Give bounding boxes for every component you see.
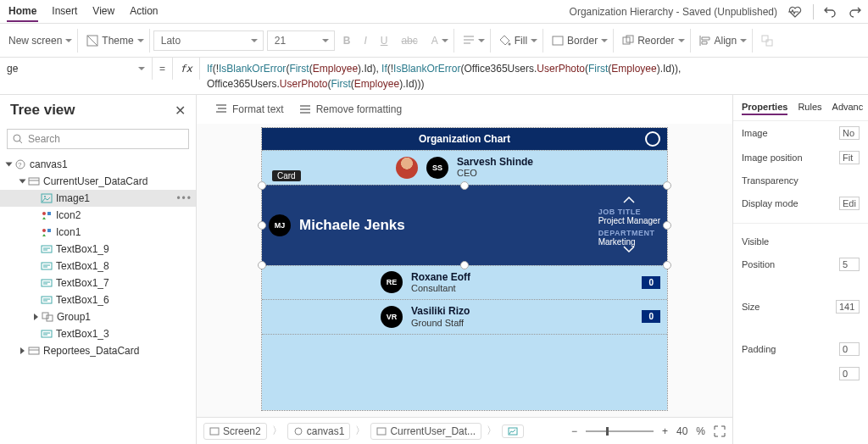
current-name: Michaele Jenks [299,217,405,234]
font-size-select[interactable]: 21 [267,31,335,51]
undo-icon[interactable] [824,5,837,19]
jobtitle-value: Project Manager [598,216,660,225]
fit-icon[interactable] [714,425,726,437]
fill-button[interactable]: Fill [494,29,543,53]
svg-rect-2 [553,36,563,45]
avatar-initials: RE [381,271,403,293]
strike-button[interactable]: abc [396,29,422,53]
ceo-role: CEO [457,168,533,179]
zoom-value: 40 [676,425,687,437]
equals-label: = [153,58,173,80]
formula-input[interactable]: If(!IsBlankOrError(First(Employee).Id), … [200,58,868,95]
crumb-screen2[interactable]: Screen2 [203,423,267,440]
format-text-button[interactable]: Format text [215,103,284,115]
font-select[interactable]: Lato [153,31,264,51]
tab-insert[interactable]: Insert [50,2,79,22]
report-name: Vasiliki Rizo [411,305,470,317]
tree-item-currentuser[interactable]: CurrentUser_DataCard [0,173,196,190]
zoom-out-button[interactable]: − [571,425,577,437]
textbox-icon [41,244,53,254]
svg-rect-5 [762,36,768,42]
tab-action[interactable]: Action [128,2,159,22]
prop-imgpos-value[interactable] [839,151,860,164]
new-screen-button[interactable]: New screen [3,29,78,53]
bold-button[interactable]: B [338,29,356,53]
prop-padding-value[interactable] [839,342,860,356]
chevron-up-icon[interactable] [622,196,636,204]
tab-home[interactable]: Home [7,2,38,22]
border-button[interactable]: Border [547,29,614,53]
property-select[interactable]: ge [0,58,153,80]
reorder-button[interactable]: Reorder [617,29,690,53]
tree-item-reportees[interactable]: Reportees_DataCard [0,342,196,359]
zoom-in-button[interactable]: + [662,425,668,437]
tree-item-group1[interactable]: Group1 [0,308,196,325]
formula-bar: ge = fx If(!IsBlankOrError(First(Employe… [0,58,868,95]
tree-item-tb18[interactable]: TextBox1_8 [0,258,196,275]
crumb-image1[interactable] [502,425,524,438]
close-tree-button[interactable]: ✕ [175,103,186,119]
tree-item-tb19[interactable]: TextBox1_9 [0,241,196,258]
svg-rect-25 [210,428,219,435]
resize-handle[interactable] [663,221,671,230]
zoom-pct-label: % [696,425,705,437]
svg-point-1 [508,42,510,45]
health-icon[interactable] [787,5,803,19]
tab-advanced[interactable]: Advanc [832,100,864,115]
tree-item-tb13[interactable]: TextBox1_3 [0,325,196,342]
refresh-icon[interactable] [645,131,660,147]
remove-format-button[interactable]: Remove formatting [299,103,402,115]
textbox-icon [41,261,53,271]
reorder-icon [622,35,634,47]
redo-icon[interactable] [848,5,861,19]
resize-handle[interactable] [258,221,266,230]
ribbon: New screen Theme Lato 21 B I U abc A Fil… [0,24,868,58]
search-icon [13,134,23,144]
format-icon [215,104,227,114]
prop-image-value[interactable] [839,126,860,140]
app-header: Organization Chart [262,128,667,150]
chevron-down-icon[interactable] [622,245,636,253]
tab-rules[interactable]: Rules [798,100,821,115]
tree-item-icon2[interactable]: Icon2 [0,207,196,224]
font-color-button[interactable]: A [426,29,454,53]
crumb-canvas1[interactable]: canvas1 [287,423,351,440]
theme-button[interactable]: Theme [81,29,149,53]
group-button[interactable] [756,29,778,53]
prop-padding-value2[interactable] [839,367,860,380]
tree-item-canvas1[interactable]: ?canvas1 [0,156,196,173]
align-text-button[interactable] [458,29,491,53]
prop-position-value[interactable] [839,258,860,271]
svg-rect-20 [42,297,52,303]
underline-button[interactable]: U [376,29,393,53]
more-icon[interactable]: ••• [176,192,192,204]
prop-visible-label: Visible [742,236,769,247]
breadcrumb-bar: Screen2 〉 canvas1 〉 CurrentUser_Dat... 〉… [197,417,732,444]
report-row[interactable]: VR Vasiliki RizoGround Staff 0 [262,299,667,334]
tree-search[interactable]: Search [7,129,189,149]
tab-view[interactable]: View [91,2,116,22]
align-obj-button[interactable]: Align [694,29,754,53]
crumb-sep: 〉 [270,424,284,439]
crumb-currentuser[interactable]: CurrentUser_Dat... [370,423,481,440]
border-icon [552,36,564,46]
ceo-row[interactable]: SS Sarvesh ShindeCEO [262,150,667,185]
icons-icon [41,210,53,220]
current-user-card[interactable]: Card MJ Michaele Jenks JOB TITLE Project… [262,185,667,265]
prop-dmode-value[interactable] [839,197,860,210]
svg-rect-6 [766,40,772,46]
tree-item-tb16[interactable]: TextBox1_6 [0,291,196,308]
svg-point-15 [42,229,46,232]
prop-size-value[interactable] [836,300,860,314]
group-icon [42,312,53,322]
tree-item-icon1[interactable]: Icon1 [0,224,196,241]
tree-item-image1[interactable]: Image1••• [0,190,196,207]
italic-button[interactable]: I [359,29,371,53]
textbox-icon [41,295,53,305]
app-preview[interactable]: Organization Chart SS Sarvesh ShindeCEO … [261,127,668,411]
prop-size-label: Size [742,302,760,312]
tab-properties[interactable]: Properties [742,100,787,115]
tree-item-tb17[interactable]: TextBox1_7 [0,275,196,291]
report-row[interactable]: RE Roxane EoffConsultant 0 [262,265,667,300]
zoom-slider[interactable] [586,430,654,432]
